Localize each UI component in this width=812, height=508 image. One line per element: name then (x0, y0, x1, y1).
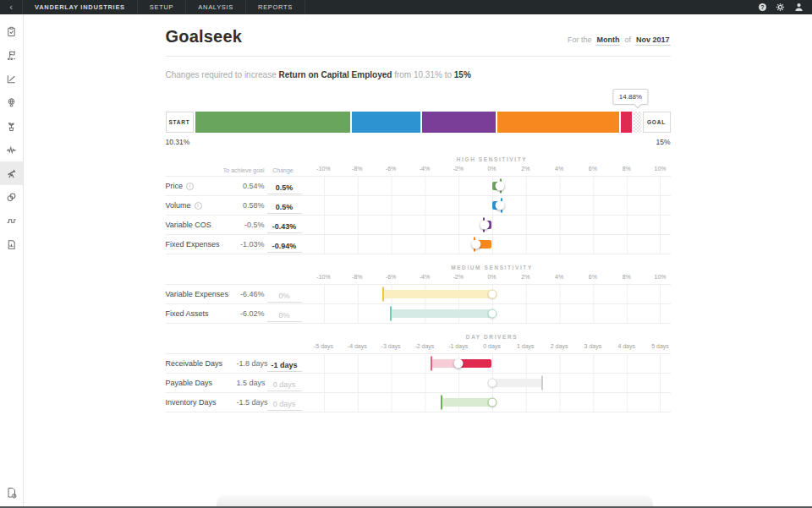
sidebar-item-waveform[interactable] (0, 138, 23, 161)
change-cell: 0 days (265, 395, 302, 411)
axis-tick-label: 1 days (517, 343, 535, 349)
help-icon[interactable]: ? (759, 3, 766, 11)
axis-tick-label: 4 days (617, 343, 635, 349)
section-day-drivers: DAY DRIVERS-5 days-4 days-3 days-2 days-… (166, 331, 671, 412)
change-cell: -1 days (265, 356, 302, 372)
slider-handle[interactable] (487, 379, 497, 388)
period-unit-select[interactable]: Month (595, 36, 620, 46)
change-input[interactable]: 0.5% (267, 183, 302, 194)
left-sidebar (0, 14, 24, 508)
slider-chart-inner (324, 304, 661, 323)
axis-tick-label: -8% (352, 166, 362, 172)
nav-item-reports[interactable]: REPORTS (246, 0, 305, 14)
change-input[interactable]: -1 days (267, 361, 302, 372)
slider-handle[interactable] (471, 240, 480, 249)
axis-tick-label: -5 days (314, 343, 333, 349)
change-cell: 0.5% (265, 198, 302, 214)
axis-tick-label: -4% (420, 166, 430, 172)
slider-handle[interactable] (453, 359, 463, 369)
axis-tick-label: -2 days (414, 343, 434, 349)
slider-handle[interactable] (496, 182, 505, 191)
nav-item-setup[interactable]: SETUP (138, 0, 187, 14)
change-input[interactable]: 0.5% (267, 203, 302, 214)
change-input[interactable]: -0.43% (267, 222, 302, 233)
scenario-flag-icon (6, 50, 17, 61)
sidebar-item-scenario-flag[interactable] (0, 43, 23, 67)
slider-handle[interactable] (480, 221, 489, 230)
turbine-icon (6, 97, 17, 108)
axis-tick-label: -2% (453, 166, 463, 172)
slider-goal-tick (431, 357, 432, 371)
plant-growth-icon (6, 121, 17, 132)
axis-tick-label: 8% (623, 166, 631, 172)
goalbar-segment-variable-cos (422, 112, 496, 133)
driver-row-variable-cos: Variable COS-0.5%-0.43% (166, 215, 671, 234)
to-achieve-goal-value: -1.03% (237, 240, 265, 249)
slider-handle[interactable] (496, 201, 505, 210)
change-cell: -0.43% (265, 217, 302, 233)
section-medium-sensitivity: MEDIUM SENSITIVITY-10%-8%-6%-4%-2%0%2%4%… (166, 262, 671, 324)
slider-chart (314, 393, 671, 412)
change-input[interactable]: 0 days (267, 380, 302, 391)
sidebar-item-telescope[interactable] (0, 161, 23, 185)
sidebar-item-clipboard-check[interactable] (0, 19, 23, 43)
slider-chart (314, 285, 671, 303)
to-achieve-goal-value: 1.5 days (237, 379, 265, 387)
brand-menu[interactable]: VANDERLAY INDUSTRIES (22, 0, 138, 14)
gear-icon[interactable] (776, 3, 785, 12)
top-navigation-bar: ‹ VANDERLAY INDUSTRIES SETUPANALYSISREPO… (0, 0, 812, 14)
row-label-text: Volume (166, 201, 191, 210)
axis-ticks: -10%-8%-6%-4%-2%0%2%4%6%8%10% (314, 165, 671, 176)
info-icon[interactable]: i (195, 202, 202, 210)
to-achieve-goal-value: -6.46% (237, 290, 265, 298)
slider-range-bar (492, 379, 543, 387)
slider-chart (314, 304, 671, 323)
period-date-select[interactable]: Nov 2017 (635, 36, 671, 46)
goal-box: GOAL (643, 112, 671, 133)
nav-item-analysis[interactable]: ANALYSIS (186, 0, 246, 14)
slider-chart (314, 354, 671, 373)
section-title-row: MEDIUM SENSITIVITY (166, 262, 671, 273)
sidebar-item-axis-chart[interactable] (0, 67, 23, 90)
sidebar-item-square-wave[interactable] (0, 209, 23, 232)
axis-ticks: -10%-8%-6%-4%-2%0%2%4%6%8%10% (314, 273, 671, 284)
row-label: Pricei (166, 182, 237, 190)
change-input[interactable]: 0% (267, 292, 302, 303)
slider-range-bar (391, 309, 492, 318)
sidebar-item-coins[interactable] (0, 185, 23, 209)
back-chevron-icon[interactable]: ‹ (0, 0, 22, 14)
slider-goal-tick (382, 287, 384, 302)
slider-handle[interactable] (487, 309, 497, 319)
row-label: Fixed Expenses (166, 240, 237, 249)
info-icon[interactable]: i (186, 183, 194, 190)
change-cell: 0% (265, 306, 302, 322)
section-title-row: DAY DRIVERS (166, 331, 671, 342)
sidebar-item-plant-growth[interactable] (0, 114, 23, 138)
slider-chart (314, 374, 671, 392)
change-input[interactable]: 0 days (267, 400, 302, 411)
driver-row-price: Pricei0.54%0.5% (166, 176, 671, 195)
slider-goal-tick (541, 376, 543, 391)
axis-ticks: -5 days-4 days-3 days-2 days-1 days0 day… (314, 342, 671, 353)
section-title-row: HIGH SENSITIVITY (166, 154, 671, 165)
slider-range-bar (383, 290, 492, 298)
period-of-label: of (624, 36, 631, 44)
axis-tick-label: -4% (420, 274, 430, 280)
period-selector: For the Month of Nov 2017 (568, 36, 671, 46)
axis-tick-label: -3 days (381, 343, 401, 349)
goal-progress-bar: START 14.88% GOAL 10.31% 15% (166, 87, 671, 146)
to-achieve-goal-value: -1.8 days (237, 359, 265, 368)
sidebar-item-report-doc[interactable] (0, 232, 23, 256)
change-input[interactable]: 0% (267, 311, 302, 322)
axis-tick-label: 0% (487, 274, 496, 280)
change-input[interactable]: -0.94% (267, 242, 302, 253)
sidebar-item-file-export[interactable] (0, 481, 23, 505)
to-achieve-goal-value: 0.54% (237, 182, 265, 190)
to-achieve-goal-value: 0.58% (237, 201, 265, 210)
slider-chart-inner (324, 177, 661, 195)
slider-handle[interactable] (487, 290, 497, 299)
goalbar-segment-price (195, 112, 350, 133)
slider-handle[interactable] (487, 398, 497, 407)
user-icon[interactable] (794, 3, 804, 12)
sidebar-item-turbine[interactable] (0, 90, 23, 114)
